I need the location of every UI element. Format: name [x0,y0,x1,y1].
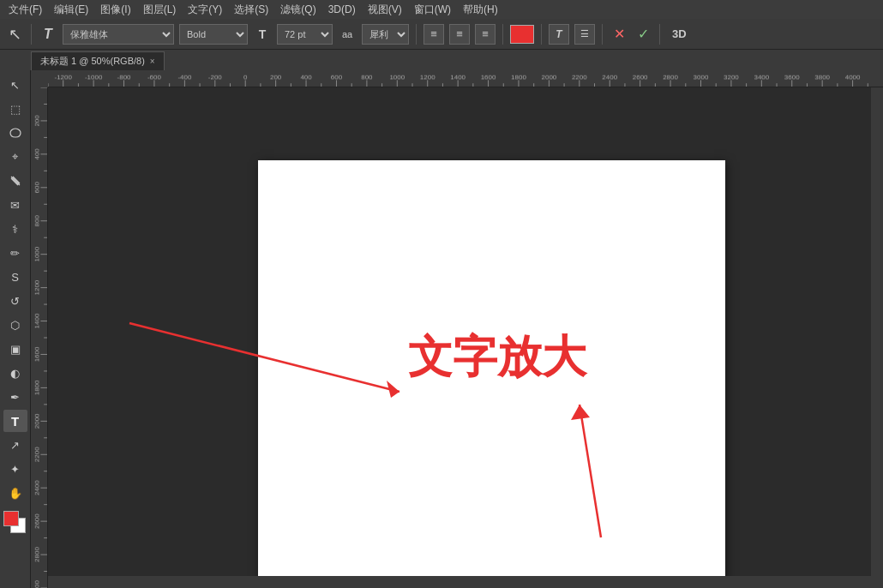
align-right-button[interactable]: ≡ [475,24,496,45]
menubar: 文件(F) 编辑(E) 图像(I) 图层(L) 文字(Y) 选择(S) 滤镜(Q… [0,0,883,19]
font-size-select[interactable]: 72 pt [277,24,333,45]
path-selection-tool[interactable]: ↗ [3,434,27,456]
marquee-tool[interactable]: ⬚ [3,98,27,120]
warp-text-button[interactable]: T [549,24,569,45]
text-tool[interactable]: T [3,410,27,432]
menu-edit[interactable]: 编辑(E) [49,1,93,19]
separator-1 [31,24,32,45]
main-area: ↖ ⬚ ⌖ ✉ ⚕ ✏ S ↺ ⬡ ▣ ◐ ✒ T ↗ ✦ ✋ ⊙ [0,70,883,588]
anti-alias-icon: aa [338,25,357,44]
align-center-button[interactable]: ≡ [449,24,470,45]
menu-window[interactable]: 窗口(W) [409,1,456,19]
menu-select[interactable]: 选择(S) [229,1,273,19]
healing-tool[interactable]: ⚕ [3,218,27,240]
menu-help[interactable]: 帮助(H) [458,1,503,19]
font-size-icon: T [253,25,272,44]
font-family-select[interactable]: 保雅雄体 [63,24,174,45]
horizontal-scrollbar[interactable] [48,576,883,588]
dodge-tool[interactable]: ◐ [3,362,27,384]
move-tool[interactable]: ↖ [3,74,27,96]
hand-tool[interactable]: ✋ [3,482,27,504]
cancel-button[interactable]: ✕ [610,25,628,44]
menu-file[interactable]: 文件(F) [3,1,47,19]
ruler-corner [31,70,48,87]
text-color-swatch[interactable] [510,25,534,44]
anti-alias-select[interactable]: 犀利 [362,24,409,45]
menu-image[interactable]: 图像(I) [95,1,135,19]
font-style-select[interactable]: Bold [179,24,248,45]
tab-title: 未标题 1 @ 50%(RGB/8) [40,55,145,68]
3d-button[interactable]: 3D [667,26,692,42]
confirm-button[interactable]: ✓ [634,25,652,44]
separator-3 [502,24,503,45]
shape-tool[interactable]: ✦ [3,458,27,480]
character-panel-button[interactable]: ☰ [574,24,595,45]
history-tool[interactable]: ↺ [3,290,27,312]
vertical-scrollbar[interactable] [871,87,883,576]
menu-3d[interactable]: 3D(D) [323,2,361,17]
canvas-text-layer[interactable]: 文字放大 [408,327,586,387]
tabbar: 未标题 1 @ 50%(RGB/8) × [0,50,883,70]
ruler-left [31,87,48,588]
separator-4 [541,24,542,45]
separator-5 [602,24,603,45]
document-canvas[interactable]: 文字放大 [258,160,725,588]
lasso-tool[interactable] [3,122,27,144]
stamp-tool[interactable]: S [3,266,27,288]
crop-tool[interactable] [3,170,27,192]
menu-text[interactable]: 文字(Y) [183,1,227,19]
brush-tool[interactable]: ✏ [3,242,27,264]
menu-filter[interactable]: 滤镜(Q) [275,1,321,19]
canvas-area: 文字放大 [31,70,883,588]
document-tab[interactable]: 未标题 1 @ 50%(RGB/8) × [31,51,165,70]
ruler-top [48,70,883,87]
foreground-color-box[interactable] [3,511,19,526]
menu-layer[interactable]: 图层(L) [138,1,182,19]
eraser-tool[interactable]: ⬡ [3,314,27,336]
tab-close-button[interactable]: × [150,57,155,66]
left-toolbar: ↖ ⬚ ⌖ ✉ ⚕ ✏ S ↺ ⬡ ▣ ◐ ✒ T ↗ ✦ ✋ ⊙ [0,70,31,588]
separator-6 [659,24,660,45]
pen-tool[interactable]: ✒ [3,386,27,408]
toolbar: ↖ T 保雅雄体 Bold T 72 pt aa 犀利 ≡ ≡ ≡ T ☰ ✕ … [0,19,883,50]
text-orientation-icon[interactable]: T [39,25,57,44]
gradient-tool[interactable]: ▣ [3,338,27,360]
move-icon[interactable]: ↖ [5,25,24,44]
menu-view[interactable]: 视图(V) [363,1,407,19]
eyedropper-tool[interactable]: ✉ [3,194,27,216]
color-boxes [3,507,27,537]
magic-wand-tool[interactable]: ⌖ [3,146,27,168]
separator-2 [416,24,417,45]
align-left-button[interactable]: ≡ [423,24,444,45]
